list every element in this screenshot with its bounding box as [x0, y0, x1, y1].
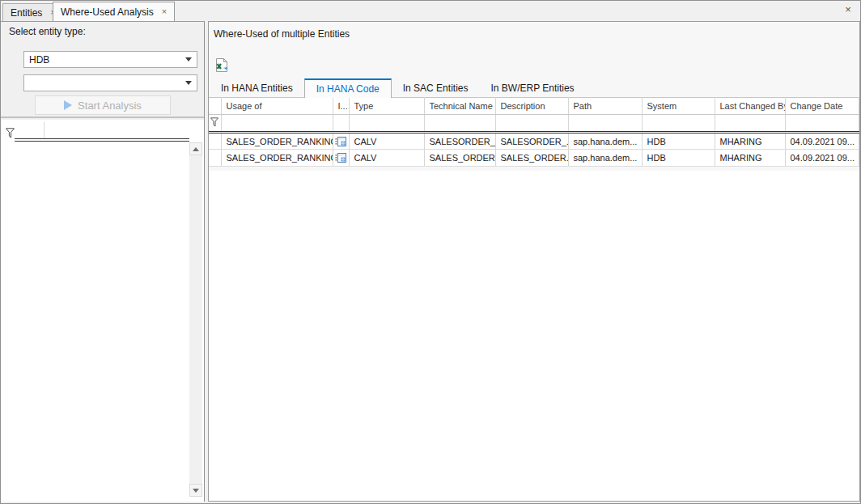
excel-export-icon [214, 57, 230, 74]
table-row[interactable]: SALES_ORDER_RANKING CALV SALES_ORDER... … [209, 150, 859, 167]
tab-in-bw-erp-entities[interactable]: In BW/ERP Entities [479, 80, 585, 97]
row-indicator [209, 150, 221, 167]
filter-cell-icon[interactable] [333, 115, 349, 133]
cell-change-date[interactable]: 04.09.2021 09... [785, 133, 859, 150]
tab-entities-label: Entities [11, 7, 42, 19]
cell-path[interactable]: sap.hana.dem... [568, 150, 642, 167]
cell-last-changed-by[interactable]: MHARING [715, 133, 785, 150]
filter-icon[interactable] [6, 127, 15, 142]
cell-usage-of[interactable]: SALES_ORDER_RANKING [221, 150, 333, 167]
tree-header-separator [15, 138, 189, 142]
tab-where-used-label: Where-Used Analysis [61, 6, 154, 18]
cell-path[interactable]: sap.hana.dem... [568, 133, 642, 150]
export-to-excel-button[interactable] [213, 57, 231, 75]
filter-icon [209, 115, 221, 133]
col-type[interactable]: Type [349, 98, 424, 115]
calculation-view-icon [333, 150, 349, 167]
play-icon [64, 100, 72, 110]
arrow-down-icon [193, 489, 199, 493]
cell-change-date[interactable]: 04.09.2021 09... [785, 150, 859, 167]
document-tab-bar: Entities × Where-Used Analysis × × [1, 1, 860, 21]
group-title: Select entity type: [1, 22, 204, 40]
col-usage-of[interactable]: Usage of [221, 98, 333, 115]
cell-usage-of[interactable]: SALES_ORDER_RANKING [221, 133, 333, 150]
cell-type[interactable]: CALV [349, 133, 424, 150]
cell-description[interactable]: SALESORDER_... [495, 133, 568, 150]
tab-in-sac-entities[interactable]: In SAC Entities [392, 80, 480, 97]
table-header-row: Usage of I... Type Technical Name Descri… [209, 98, 859, 115]
filter-cell-type[interactable] [349, 115, 424, 133]
filter-cell-description[interactable] [495, 115, 568, 133]
tree-header-row[interactable] [15, 122, 189, 138]
scroll-down-button[interactable] [189, 484, 202, 497]
cell-type[interactable]: CALV [349, 150, 424, 167]
col-path[interactable]: Path [568, 98, 642, 115]
panel-title: Where-Used of multiple Entities [214, 28, 350, 40]
row-indicator [209, 133, 221, 150]
start-analysis-button[interactable]: Start Analysis [35, 95, 171, 115]
cell-last-changed-by[interactable]: MHARING [715, 150, 785, 167]
filter-cell-system[interactable] [642, 115, 715, 133]
entity-type-value: HDB [29, 54, 185, 66]
table-row[interactable]: SALES_ORDER_RANKING CALV SALESORDER_... … [209, 133, 859, 150]
col-change-date[interactable]: Change Date [785, 98, 859, 115]
result-tab-bar: In HANA Entities In HANA Code In SAC Ent… [210, 80, 586, 97]
column-divider [44, 122, 45, 138]
cell-system[interactable]: HDB [642, 133, 715, 150]
cell-technical-name[interactable]: SALES_ORDER... [424, 150, 495, 167]
start-analysis-label: Start Analysis [78, 100, 142, 112]
row-indicator-header [209, 98, 221, 115]
table-empty-area [209, 171, 859, 501]
filter-cell-technical-name[interactable] [424, 115, 495, 133]
filter-cell-path[interactable] [568, 115, 642, 133]
chevron-down-icon [185, 81, 192, 85]
filter-cell-usage-of[interactable] [221, 115, 333, 133]
calculation-view-icon [333, 133, 349, 150]
col-last-changed-by[interactable]: Last Changed By [715, 98, 785, 115]
cell-description[interactable]: SALES_ORDER... [495, 150, 568, 167]
tab-in-hana-entities[interactable]: In HANA Entities [210, 80, 304, 97]
application-window: Entities × Where-Used Analysis × × Selec… [0, 0, 861, 504]
cell-system[interactable]: HDB [642, 150, 715, 167]
tab-in-hana-code[interactable]: In HANA Code [304, 78, 392, 98]
results-table: Usage of I... Type Technical Name Descri… [209, 97, 859, 167]
select-entity-type-group: Select entity type: HDB Start Analysis [1, 22, 204, 118]
filter-row [209, 115, 859, 133]
where-used-results-panel: Where-Used of multiple Entities In HANA … [208, 21, 860, 502]
close-icon[interactable]: × [162, 7, 167, 16]
entity-selection-panel: Select entity type: HDB Start Analysis [1, 21, 205, 502]
chevron-down-icon [185, 57, 192, 61]
entity-dropdown[interactable] [23, 74, 197, 91]
close-icon[interactable]: × [842, 3, 855, 16]
left-panel-scrollbar[interactable] [189, 142, 202, 497]
col-system[interactable]: System [642, 98, 715, 115]
cell-technical-name[interactable]: SALESORDER_... [424, 133, 495, 150]
col-icon[interactable]: I... [333, 98, 349, 115]
entity-tree-area [1, 120, 204, 502]
tab-where-used-analysis[interactable]: Where-Used Analysis × [53, 2, 175, 21]
col-description[interactable]: Description [495, 98, 568, 115]
filter-cell-last-changed-by[interactable] [715, 115, 785, 133]
filter-cell-change-date[interactable] [785, 115, 859, 133]
arrow-up-icon [193, 147, 199, 151]
scroll-up-button[interactable] [189, 142, 202, 155]
col-technical-name[interactable]: Technical Name [424, 98, 495, 115]
entity-type-dropdown[interactable]: HDB [23, 51, 197, 68]
